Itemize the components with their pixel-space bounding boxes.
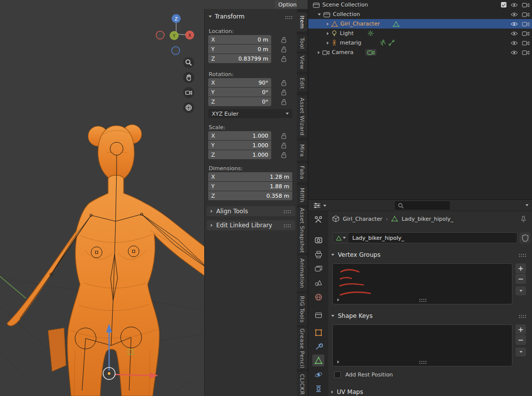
lock-icon[interactable] — [280, 151, 288, 159]
align-tools-panel-header[interactable]: Align Tools — [207, 206, 295, 216]
lock-icon[interactable] — [280, 132, 288, 140]
panel-grip[interactable] — [285, 16, 293, 19]
options-button[interactable]: Options — [275, 1, 297, 9]
rotation-z-field[interactable]: Z 0° — [208, 97, 271, 106]
add-rest-position-checkbox[interactable] — [334, 371, 341, 378]
tab-tool[interactable]: Tool — [297, 35, 307, 52]
lock-icon[interactable] — [280, 98, 288, 106]
list-resize-grip[interactable] — [419, 298, 427, 302]
hide-eye-toggle[interactable] — [510, 22, 518, 27]
properties-search-input[interactable] — [395, 201, 450, 210]
mesh-name-field[interactable]: Lady_biker_hipoly_ — [332, 232, 517, 243]
transform-panel-header[interactable]: Transform — [209, 13, 245, 20]
collection-checkbox[interactable] — [501, 2, 506, 8]
render-camera-toggle[interactable] — [522, 21, 529, 27]
remove-vertex-group-button[interactable] — [515, 274, 526, 284]
outliner-row-metarig[interactable]: metarig — [308, 38, 532, 48]
hide-eye-toggle[interactable] — [510, 3, 518, 8]
render-camera-toggle[interactable] — [522, 2, 529, 8]
tab-output-properties[interactable] — [312, 248, 324, 260]
outliner-row-camera[interactable]: Camera — [308, 48, 532, 57]
disclosure-open-icon[interactable] — [318, 14, 321, 16]
disclosure-closed-icon[interactable] — [327, 32, 329, 35]
lock-icon[interactable] — [280, 141, 288, 149]
edit-linked-library-panel-header[interactable]: Edit Linked Library — [207, 220, 295, 230]
tab-grease-pencil[interactable]: Grease Pencil — [297, 327, 307, 369]
vertex-groups-list[interactable] — [332, 263, 512, 304]
vertex-group-specials-button[interactable] — [515, 286, 526, 295]
outliner-row-scene-collection[interactable]: Scene Collection — [308, 0, 532, 10]
add-shape-key-button[interactable] — [515, 324, 526, 334]
tab-asset-snapshot[interactable]: Asset Snapshot — [297, 207, 307, 253]
tab-collection-properties[interactable] — [312, 309, 324, 321]
tab-asset-wizard[interactable]: Asset Wizard — [297, 96, 307, 138]
editor-type-button[interactable] — [311, 201, 328, 210]
location-y-field[interactable]: Y 0 m — [208, 45, 271, 54]
camera-view-button[interactable] — [183, 87, 194, 98]
render-camera-toggle[interactable] — [522, 40, 529, 46]
dimensions-y-field[interactable]: Y 1.88 m — [208, 182, 292, 191]
panel-grip[interactable] — [283, 210, 291, 213]
outliner-row-light[interactable]: Light — [308, 29, 532, 38]
render-camera-toggle[interactable] — [522, 12, 529, 17]
add-rest-position-row[interactable]: Add Rest Position — [334, 371, 393, 378]
tab-modifier-properties[interactable] — [312, 340, 324, 352]
rotation-x-field[interactable]: X 90° — [208, 78, 271, 87]
list-resize-grip[interactable] — [419, 360, 427, 364]
tab-world-properties[interactable] — [312, 291, 324, 303]
add-vertex-group-button[interactable] — [515, 263, 526, 273]
render-camera-toggle[interactable] — [522, 31, 529, 36]
panel-grip[interactable] — [283, 224, 291, 227]
tab-object-data-properties[interactable] — [312, 354, 324, 366]
breadcrumb-object[interactable]: Girl_Character — [343, 216, 382, 222]
scale-x-field[interactable]: X 1.000 — [208, 131, 271, 140]
tab-constraint-properties[interactable] — [312, 382, 324, 394]
render-camera-toggle[interactable] — [522, 50, 529, 55]
breadcrumb-data[interactable]: Lady_biker_hipoly_ — [401, 216, 453, 222]
lock-icon[interactable] — [280, 36, 288, 44]
fake-user-shield-button[interactable] — [519, 232, 530, 243]
disclosure-closed-icon[interactable] — [327, 23, 329, 26]
tab-view-layer-properties[interactable] — [312, 262, 324, 274]
hide-eye-toggle[interactable] — [510, 12, 518, 17]
rotation-mode-dropdown[interactable]: XYZ Euler — [208, 109, 292, 118]
header-options-chevron-icon[interactable] — [525, 204, 528, 206]
tab-tool-properties[interactable] — [312, 213, 324, 225]
tab-mira[interactable]: Mira — [297, 141, 307, 161]
disclosure-closed-icon[interactable] — [327, 42, 329, 45]
shape-key-specials-button[interactable] — [515, 347, 526, 356]
hide-eye-toggle[interactable] — [510, 31, 518, 36]
pan-button[interactable] — [183, 72, 194, 83]
tab-edit[interactable]: Edit — [297, 75, 307, 92]
tab-render-properties[interactable] — [312, 234, 324, 246]
mesh-data-icon[interactable] — [333, 233, 349, 243]
lock-icon[interactable] — [280, 55, 288, 63]
rotation-y-field[interactable]: Y 0° — [208, 88, 271, 97]
navigation-gizmo[interactable]: Z Y X — [153, 7, 200, 57]
outliner-row-girl-character[interactable]: Girl_Character — [308, 19, 532, 29]
tab-clickr[interactable]: CLICKR — [297, 371, 307, 396]
lock-icon[interactable] — [280, 79, 288, 87]
list-filter-expander-icon[interactable] — [337, 298, 339, 301]
remove-shape-key-button[interactable] — [515, 335, 526, 345]
scale-y-field[interactable]: Y 1.000 — [208, 141, 271, 150]
vertex-groups-panel-header[interactable]: Vertex Groups — [331, 250, 529, 259]
panel-grip[interactable] — [518, 314, 526, 318]
lock-icon[interactable] — [280, 45, 288, 53]
location-x-field[interactable]: X 0 m — [208, 35, 271, 44]
dimensions-z-field[interactable]: Z 0.358 m — [208, 191, 292, 200]
tab-rig-tools[interactable]: RIG Tools — [297, 293, 307, 325]
hide-eye-toggle[interactable] — [510, 50, 518, 55]
pin-icon[interactable] — [520, 216, 526, 223]
dimensions-x-field[interactable]: X 1.28 m — [208, 172, 292, 181]
shape-keys-panel-header[interactable]: Shape Keys — [331, 311, 529, 320]
tab-scene-properties[interactable] — [312, 276, 324, 288]
location-z-field[interactable]: Z 0.83799 m — [208, 54, 271, 63]
lock-icon[interactable] — [280, 88, 288, 96]
tab-faba[interactable]: Faba — [297, 163, 307, 182]
tab-animation[interactable]: Animation — [297, 255, 307, 291]
tab-mifth[interactable]: Mifth — [297, 185, 307, 205]
tab-view[interactable]: View — [297, 54, 307, 72]
tab-physics-properties[interactable] — [312, 368, 324, 380]
hide-eye-toggle[interactable] — [510, 41, 518, 46]
